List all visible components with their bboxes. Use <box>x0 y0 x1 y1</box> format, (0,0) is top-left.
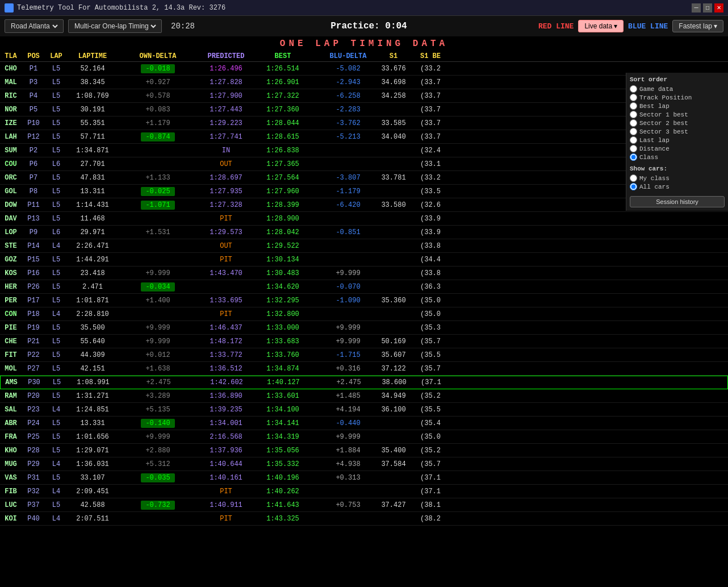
cell-best: 1:40.262 <box>254 488 311 496</box>
sort-radio-distance[interactable] <box>630 145 637 152</box>
table-row[interactable]: SUMP2L51:34.871IN1:26.838(32.4 <box>0 144 728 157</box>
cell-s1b: (35.3 <box>413 324 447 332</box>
show-cars-radio-all-cars[interactable] <box>630 183 637 190</box>
table-row[interactable]: LAHP12L557.711-0.8741:27.7411:28.615-5.2… <box>0 130 728 144</box>
cell-laptime: 1:14.431 <box>67 201 118 209</box>
table-row[interactable]: GOLP8L513.311-0.0251:27.9351:27.960-1.17… <box>0 185 728 198</box>
sort-option-best-lap[interactable]: Best lap <box>630 102 725 110</box>
cell-best: 1:33.000 <box>254 324 311 332</box>
sort-radio-sector-1-best[interactable] <box>630 111 637 118</box>
fastest-lap-button[interactable]: Fastest lap ▾ <box>672 20 723 32</box>
cell-owndelta: +9.999 <box>129 338 186 345</box>
sort-option-sector-2-best[interactable]: Sector 2 best <box>630 119 725 127</box>
session-history-button[interactable]: Session history <box>630 196 725 207</box>
table-row[interactable]: CHEP21L555.640+9.9991:48.1721:33.683+9.9… <box>0 335 728 348</box>
table-row[interactable]: LUCP37L542.588-0.7321:40.9111:41.643+0.7… <box>0 498 728 512</box>
sort-radio-class[interactable] <box>630 153 637 161</box>
table-row[interactable]: HERP26L52.471-0.0341:34.620-0.070(36.3 <box>0 280 728 294</box>
table-row[interactable]: VASP31L533.107-0.0351:40.1611:40.196+0.3… <box>0 471 728 485</box>
table-row[interactable]: DOWP11L51:14.431-1.0711:27.3281:28.399-6… <box>0 198 728 212</box>
cell-tla: IZE <box>0 119 22 127</box>
sort-option-game-data[interactable]: Game data <box>630 85 725 93</box>
sort-radio-sector-3-best[interactable] <box>630 128 637 135</box>
cell-laptime: 27.701 <box>67 160 118 168</box>
cell-s1b: (35.5 <box>413 351 447 359</box>
cell-tla: KOI <box>0 515 22 523</box>
mode-select[interactable]: Multi-car One-lap Timing <box>72 22 158 31</box>
track-select[interactable]: Road Atlanta <box>9 22 60 31</box>
close-button[interactable]: ✕ <box>714 3 723 13</box>
show-cars-option-my-class[interactable]: My class <box>630 174 725 182</box>
table-row[interactable]: FIBP32L42:09.451PIT1:40.262(37.1 <box>0 485 728 498</box>
window-controls: ─ □ ✕ <box>692 3 723 13</box>
table-row[interactable]: RAMP20L51:31.271+3.2891:36.8901:33.601+1… <box>0 389 728 403</box>
cell-lap: L5 <box>45 433 67 441</box>
sort-option-last-lap[interactable]: Last lap <box>630 136 725 144</box>
show-cars-option-all-cars[interactable]: All cars <box>630 183 725 190</box>
track-dropdown[interactable]: Road Atlanta <box>5 19 64 33</box>
table-row[interactable]: IZEP10L555.351+1.1791:29.2231:28.044-3.7… <box>0 116 728 130</box>
cell-lap: L5 <box>45 174 67 182</box>
cell-pos: P15 <box>22 256 45 264</box>
cell-s1: 36.100 <box>374 406 413 414</box>
table-row[interactable]: STEP14L42:26.471OUT1:29.522(33.8 <box>0 239 728 253</box>
table-row[interactable]: KOSP16L523.418+9.9991:43.4701:30.483+9.9… <box>0 267 728 280</box>
table-row[interactable]: ORCP7L547.831+1.1331:28.6971:27.564-3.80… <box>0 171 728 185</box>
cell-bludelta: -6.258 <box>323 92 374 100</box>
show-cars-radio-my-class[interactable] <box>630 174 637 182</box>
cell-owndelta: +1.179 <box>129 119 186 127</box>
table-row[interactable]: FRAP25L51:01.656+9.9992:16.5681:34.319+9… <box>0 430 728 444</box>
cell-owndelta: -0.025 <box>129 187 186 196</box>
sort-radio-sector-2-best[interactable] <box>630 119 637 127</box>
col-header-predicted: PREDICTED <box>198 52 254 60</box>
cell-laptime: 13.331 <box>67 419 118 427</box>
cell-predicted: 1:33.695 <box>198 297 254 305</box>
sort-radio-best-lap[interactable] <box>630 102 637 110</box>
table-row[interactable]: PERP17L51:01.871+1.4001:33.6951:32.295-1… <box>0 294 728 307</box>
table-row[interactable]: AMSP30L51:08.991+2.4751:42.6021:40.127+2… <box>0 376 728 389</box>
table-row[interactable]: CONP18L42:28.810PIT1:32.800(35.0 <box>0 307 728 321</box>
live-data-button[interactable]: Live data ▾ <box>578 20 624 32</box>
sort-radio-last-lap[interactable] <box>630 136 637 144</box>
minimize-button[interactable]: ─ <box>692 3 701 13</box>
table-row[interactable]: PIEP19L535.500+9.9991:46.4371:33.000+9.9… <box>0 321 728 335</box>
table-row[interactable]: KOIP40L42:07.511PIT1:43.325(38.2 <box>0 512 728 526</box>
sort-option-sector-3-best[interactable]: Sector 3 best <box>630 128 725 135</box>
cell-s1: 33.585 <box>374 119 413 127</box>
table-row[interactable]: MUGP29L41:36.031+5.3121:40.6441:35.332+4… <box>0 457 728 471</box>
sort-option-sector-1-best[interactable]: Sector 1 best <box>630 111 725 118</box>
cell-bludelta: +0.753 <box>323 501 374 509</box>
mode-dropdown[interactable]: Multi-car One-lap Timing <box>68 19 162 33</box>
cell-owndelta: +5.135 <box>129 406 186 414</box>
cell-best: 1:32.800 <box>254 310 311 318</box>
table-row[interactable]: NORP5L530.191+0.0831:27.4431:27.360-2.28… <box>0 103 728 116</box>
table-row[interactable]: SALP23L41:24.851+5.1351:39.2351:34.100+4… <box>0 403 728 417</box>
cell-s1: 38.600 <box>374 378 414 386</box>
cell-owndelta: -0.035 <box>129 473 186 482</box>
table-row[interactable]: CHOP1L552.164-0.0181:26.4961:26.514-5.08… <box>0 62 728 76</box>
table-row[interactable]: COUP6L627.701OUT1:27.365(33.1 <box>0 157 728 171</box>
cell-predicted: 1:43.470 <box>198 269 254 277</box>
col-gap1 <box>118 52 129 60</box>
table-row[interactable]: FITP22L544.309+0.0121:33.7721:33.760-1.7… <box>0 348 728 362</box>
sort-radio-game-data[interactable] <box>630 85 637 93</box>
table-row[interactable]: ABRP24L513.331-0.1401:34.0011:34.141-0.4… <box>0 417 728 430</box>
table-row[interactable]: RICP4L51:08.769+0.5781:27.9001:27.322-6.… <box>0 89 728 103</box>
table-row[interactable]: MOLP27L542.151+1.6381:36.5121:34.874+0.3… <box>0 362 728 376</box>
maximize-button[interactable]: □ <box>703 3 712 13</box>
table-row[interactable]: GOZP15L51:44.291PIT1:30.134(34.4 <box>0 253 728 267</box>
cell-owndelta: +2.880 <box>129 447 186 455</box>
table-row[interactable]: MALP3L538.345+0.9271:27.8281:26.901-2.94… <box>0 76 728 89</box>
cell-tla: LAH <box>0 133 22 141</box>
blue-line-label: BLUE LINE <box>628 22 668 31</box>
cell-tla: MUG <box>0 460 22 468</box>
table-row[interactable]: KHOP28L51:29.071+2.8801:37.9361:35.056+1… <box>0 444 728 457</box>
cell-tla: FRA <box>0 433 22 441</box>
sort-option-track-position[interactable]: Track Position <box>630 94 725 101</box>
cell-lap: L5 <box>45 338 67 345</box>
sort-option-distance[interactable]: Distance <box>630 145 725 152</box>
sort-option-class[interactable]: Class <box>630 153 725 161</box>
table-row[interactable]: LOPP9L629.971+1.5311:29.5731:28.042-0.85… <box>0 226 728 239</box>
sort-radio-track-position[interactable] <box>630 94 637 101</box>
table-row[interactable]: DAVP13L511.468PIT1:28.900(33.9 <box>0 212 728 226</box>
